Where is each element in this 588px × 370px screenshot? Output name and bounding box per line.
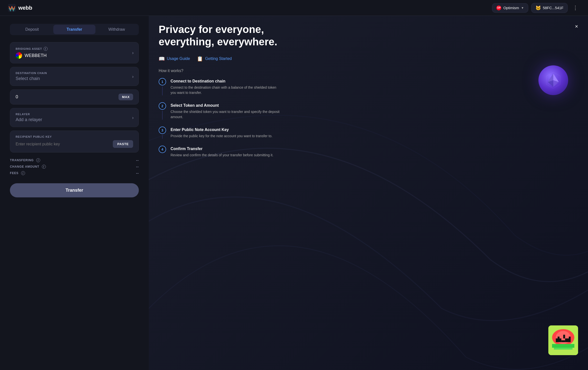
close-button[interactable]: × (575, 23, 578, 30)
chain-selector[interactable]: OP Optimism ▼ (492, 3, 528, 13)
fees-label: FEES i (10, 171, 25, 175)
getting-started-label: Getting Started (205, 56, 232, 61)
step-2-title: Select Token and Amount (171, 103, 282, 108)
destination-chain-card[interactable]: DESTINATION CHAIN Select chain › (10, 67, 139, 86)
tab-withdraw[interactable]: Withdraw (95, 25, 138, 34)
webbeth-icon (16, 52, 22, 59)
guide-links: 📖 Usage Guide 📋 Getting Started (159, 56, 578, 62)
how-it-works-title: How it works? (159, 69, 578, 73)
recipient-card: RECIPIENT PUBLIC KEY PASTE (10, 131, 139, 153)
change-amount-row: CHANGE AMOUNT i -- (10, 163, 139, 170)
chevron-down-icon: ▼ (521, 6, 524, 10)
steps-list: 1 Connect to Destination chain Connect t… (159, 78, 578, 158)
step-2-line (162, 111, 163, 120)
step-1-desc: Connect to the destination chain with a … (171, 85, 282, 95)
wallet-button[interactable]: 🐱 58FC...541F (531, 3, 568, 13)
step-4-number: 4 (159, 146, 166, 153)
chevron-right-icon: › (132, 74, 134, 79)
relayer-value: Add a relayer (16, 117, 133, 122)
transferring-label: TRANSFERING i (10, 158, 40, 162)
recipient-input[interactable] (16, 142, 110, 146)
getting-started-link[interactable]: 📋 Getting Started (197, 56, 232, 62)
relayer-label: RELAYER (16, 113, 133, 116)
bridging-asset-value: WEBBETH (16, 52, 133, 59)
step-4-desc: Review and confirm the details of your t… (171, 153, 273, 158)
bridging-asset-card[interactable]: BRIDGING ASSET i WEBBETH › (10, 42, 139, 63)
step-1: 1 Connect to Destination chain Connect t… (159, 78, 578, 102)
wallet-address: 58FC...541F (543, 6, 563, 10)
amount-card: MAX (10, 89, 139, 105)
left-panel: Deposit Transfer Withdraw BRIDGING ASSET… (0, 16, 149, 370)
tab-deposit[interactable]: Deposit (11, 25, 53, 34)
max-button[interactable]: MAX (118, 94, 133, 100)
step-3-number: 3 (159, 127, 166, 134)
chain-label: Optimism (503, 6, 519, 10)
change-amount-value: -- (136, 165, 139, 169)
logo-text: webb (18, 5, 32, 11)
step-3-line (162, 135, 163, 139)
usage-guide-link[interactable]: 📖 Usage Guide (159, 56, 190, 62)
tabs: Deposit Transfer Withdraw (10, 24, 139, 35)
change-amount-label: CHANGE AMOUNT i (10, 165, 46, 169)
nav-right: OP Optimism ▼ 🐱 58FC...541F ⋮ (492, 3, 580, 13)
step-4: 4 Confirm Transfer Review and confirm th… (159, 146, 578, 158)
transfer-button[interactable]: Transfer (10, 183, 139, 197)
step-3-title: Enter Public Note Account Key (171, 128, 272, 132)
step-1-number: 1 (159, 78, 166, 85)
more-menu-button[interactable]: ⋮ (571, 4, 580, 12)
bridging-asset-info-icon: i (44, 47, 48, 51)
bridging-asset-label: BRIDGING ASSET i (16, 47, 133, 51)
main-layout: Deposit Transfer Withdraw BRIDGING ASSET… (0, 16, 588, 370)
logo: webb (8, 4, 32, 12)
fees-row: FEES i -- (10, 170, 139, 176)
paste-button[interactable]: PASTE (113, 140, 133, 148)
relayer-card[interactable]: RELAYER Add a relayer › (10, 108, 139, 127)
step-1-line (162, 86, 163, 95)
step-1-title: Connect to Destination chain (171, 79, 282, 83)
guide-icon: 📖 (159, 56, 165, 62)
step-3-desc: Provide the public key for the note acco… (171, 133, 272, 139)
fees-value: -- (136, 171, 139, 175)
transferring-row: TRANSFERING i -- (10, 157, 139, 163)
destination-chain-label: DESTINATION CHAIN (16, 72, 133, 75)
summary-section: TRANSFERING i -- CHANGE AMOUNT i -- FEES… (10, 156, 139, 181)
transferring-value: -- (136, 158, 139, 162)
topnav: webb OP Optimism ▼ 🐱 58FC...541F ⋮ (0, 0, 588, 16)
step-2-number: 2 (159, 102, 166, 110)
step-4-title: Confirm Transfer (171, 147, 273, 151)
destination-chain-value: Select chain (16, 76, 133, 81)
usage-guide-label: Usage Guide (167, 56, 190, 61)
fees-info-icon: i (21, 171, 25, 175)
change-amount-info-icon: i (42, 165, 46, 169)
chain-icon: OP (496, 5, 501, 10)
step-2: 2 Select Token and Amount Choose the shi… (159, 102, 578, 127)
info-title: Privacy for everyone, everything, everyw… (159, 23, 288, 48)
info-overlay: × Privacy for everyone, everything, ever… (159, 23, 578, 360)
getting-started-icon: 📋 (197, 56, 203, 62)
chevron-right-icon: › (132, 50, 134, 55)
step-2-desc: Choose the shielded token you want to tr… (171, 109, 282, 120)
chevron-right-icon: › (132, 115, 134, 120)
wallet-avatar: 🐱 (535, 5, 541, 11)
recipient-label: RECIPIENT PUBLIC KEY (16, 135, 133, 138)
right-panel: × Privacy for everyone, everything, ever… (149, 16, 588, 370)
tab-transfer[interactable]: Transfer (53, 25, 96, 34)
logo-icon (8, 4, 16, 12)
step-3: 3 Enter Public Note Account Key Provide … (159, 127, 578, 146)
transferring-info-icon: i (36, 158, 40, 162)
amount-input[interactable] (16, 94, 118, 100)
